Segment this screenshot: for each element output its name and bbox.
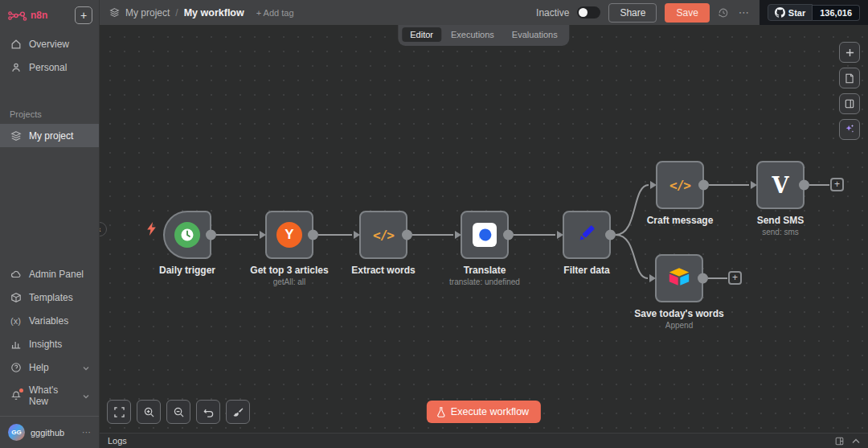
header-actions: Inactive Share Save ⋯ Star 136,016 <box>536 0 868 25</box>
node-body[interactable] <box>461 211 509 259</box>
node-sublabel: Append <box>665 321 693 330</box>
toggle-knob <box>579 8 588 17</box>
output-connector[interactable] <box>605 230 616 240</box>
tidy-up-button[interactable] <box>226 400 250 424</box>
save-button[interactable]: Save <box>665 3 709 23</box>
logs-actions <box>835 437 860 446</box>
zoom-out-button[interactable] <box>166 400 190 424</box>
node-send-sms[interactable]: V Send SMS send: sms <box>756 161 805 236</box>
bell-icon <box>10 390 22 402</box>
sidebar-item-whats-new[interactable]: What's New <box>0 379 99 413</box>
sticky-note-button[interactable] <box>839 68 860 88</box>
share-button[interactable]: Share <box>608 3 657 23</box>
brush-icon <box>233 407 244 417</box>
sidebar-item-templates[interactable]: Templates <box>0 286 99 309</box>
add-tag-button[interactable]: + Add tag <box>256 8 294 18</box>
user-more-icon[interactable]: ⋯ <box>82 427 91 438</box>
zoom-in-button[interactable] <box>137 400 161 424</box>
tab-executions[interactable]: Executions <box>443 27 502 42</box>
code-icon: </> <box>373 228 394 243</box>
ai-assistant-button[interactable] <box>839 119 860 140</box>
airtable-icon <box>667 266 691 291</box>
breadcrumb-project[interactable]: My project <box>125 7 170 18</box>
sidebar-item-overview[interactable]: Overview <box>0 32 99 55</box>
tab-editor[interactable]: Editor <box>402 27 441 42</box>
node-get-top-3-articles[interactable]: Y Get top 3 articles getAll: all <box>265 211 313 286</box>
layers-icon <box>109 7 120 18</box>
canvas-container: Editor Executions Evaluations ‹ <box>100 25 868 433</box>
workflow-title[interactable]: My workflow <box>184 7 244 18</box>
input-connector <box>260 231 266 239</box>
github-widget: Star 136,016 <box>760 0 868 25</box>
cloud-icon <box>10 268 22 280</box>
output-connector[interactable] <box>799 180 809 191</box>
chevron-up-icon[interactable] <box>852 438 860 444</box>
history-icon[interactable] <box>718 7 729 18</box>
fit-view-button[interactable] <box>107 400 131 424</box>
execute-workflow-button[interactable]: Execute workflow <box>427 401 541 423</box>
node-filter-data[interactable]: Filter data <box>563 211 611 277</box>
node-save-todays-words[interactable]: Save today's words Append <box>655 254 703 330</box>
node-sublabel: translate: undefined <box>449 277 520 286</box>
node-daily-trigger[interactable]: Daily trigger <box>163 211 211 277</box>
package-icon <box>10 291 22 303</box>
node-craft-message[interactable]: </> Craft message <box>656 161 704 228</box>
workflow-canvas[interactable]: ‹ Daily trigger <box>100 25 868 433</box>
zoom-in-icon <box>144 407 154 417</box>
output-connector[interactable] <box>206 230 216 240</box>
output-connector[interactable] <box>698 180 709 191</box>
activate-toggle[interactable] <box>577 6 600 18</box>
sidebar-item-personal[interactable]: Personal <box>0 55 99 79</box>
add-node-panel-button[interactable] <box>839 42 860 63</box>
more-options-button[interactable]: ⋯ <box>737 6 751 18</box>
github-star-count[interactable]: 136,016 <box>813 5 860 21</box>
logs-panel-header[interactable]: Logs <box>100 433 868 448</box>
node-body[interactable]: </> <box>656 161 704 209</box>
node-extract-words[interactable]: </> Extract words <box>359 211 407 277</box>
execute-workflow-label: Execute workflow <box>451 406 529 417</box>
node-body[interactable]: Y <box>265 211 313 259</box>
breadcrumb: My project / My workflow + Add tag <box>109 7 294 18</box>
logs-title: Logs <box>108 436 127 446</box>
sidebar-item-variables[interactable]: (x) Variables <box>0 309 99 332</box>
input-connector <box>354 231 360 239</box>
sidebar-item-my-project[interactable]: My project <box>0 124 99 147</box>
node-body[interactable] <box>563 211 611 259</box>
node-label: Craft message <box>647 215 714 226</box>
output-connector[interactable] <box>503 230 514 240</box>
sidebar-collapse-button[interactable]: ‹ <box>100 222 107 236</box>
node-body[interactable]: </> <box>359 211 407 259</box>
sidebar-bottom-group: Admin Panel Templates (x) Variables Insi… <box>0 262 99 416</box>
node-label: Send SMS <box>757 215 805 226</box>
sidebar-item-help[interactable]: Help <box>0 356 99 379</box>
sidebar-item-label: Personal <box>29 62 67 73</box>
n8n-logo-icon <box>8 10 27 21</box>
sidebar-header: n8n + <box>0 0 99 32</box>
node-body[interactable]: V <box>756 161 805 209</box>
tab-evaluations[interactable]: Evaluations <box>504 27 566 42</box>
create-workflow-button[interactable]: + <box>75 6 92 24</box>
node-translate[interactable]: Translate translate: undefined <box>461 211 509 286</box>
add-node-button[interactable]: + <box>728 271 742 285</box>
sidebar-item-admin-panel[interactable]: Admin Panel <box>0 262 99 286</box>
variables-icon: (x) <box>10 314 22 327</box>
user-menu[interactable]: GG gggithub ⋯ <box>0 416 99 448</box>
output-connector[interactable] <box>308 230 318 240</box>
output-connector[interactable] <box>698 273 708 284</box>
trigger-bolt-icon <box>145 222 158 239</box>
plus-icon <box>845 48 854 57</box>
node-body[interactable] <box>655 254 703 302</box>
add-node-button[interactable]: + <box>830 178 844 191</box>
sidebar-item-label: Templates <box>29 292 73 303</box>
split-panel-button[interactable] <box>839 93 860 114</box>
panel-icon <box>845 99 854 109</box>
output-connector[interactable] <box>402 230 412 240</box>
github-star-button[interactable]: Star <box>768 4 813 21</box>
breadcrumb-separator: / <box>175 7 178 18</box>
sidebar-item-insights[interactable]: Insights <box>0 332 99 356</box>
avatar: GG <box>8 424 25 441</box>
node-body[interactable] <box>163 211 211 259</box>
open-panel-icon[interactable] <box>835 437 844 446</box>
undo-button[interactable] <box>196 400 220 424</box>
node-label: Daily trigger <box>159 265 215 276</box>
